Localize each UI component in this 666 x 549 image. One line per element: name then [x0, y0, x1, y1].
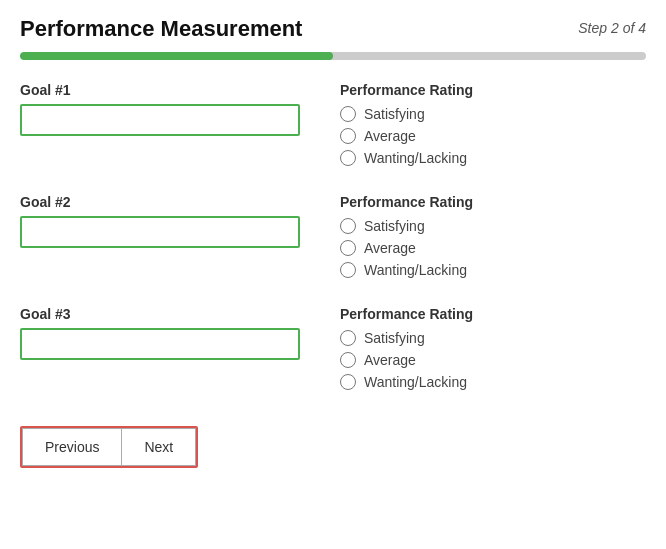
goal-2-radio-group: SatisfyingAverageWanting/Lacking [340, 218, 646, 278]
goal-2-option-2[interactable]: Average [340, 240, 646, 256]
goal-1-option-label-3: Wanting/Lacking [364, 150, 467, 166]
goal-1-option-2[interactable]: Average [340, 128, 646, 144]
goal-1-radio-group: SatisfyingAverageWanting/Lacking [340, 106, 646, 166]
goal-2-radio-3[interactable] [340, 262, 356, 278]
goal-1-option-label-2: Average [364, 128, 416, 144]
previous-button[interactable]: Previous [22, 428, 121, 466]
goal-1-radio-3[interactable] [340, 150, 356, 166]
step-indicator: Step 2 of 4 [578, 20, 646, 36]
navigation-buttons-wrapper: Previous Next [20, 426, 198, 468]
goal-2-option-3[interactable]: Wanting/Lacking [340, 262, 646, 278]
page-title: Performance Measurement [20, 16, 302, 42]
goal-1-input[interactable] [20, 104, 300, 136]
goal-row-1: Goal #1Performance RatingSatisfyingAvera… [20, 82, 646, 166]
next-button[interactable]: Next [121, 428, 196, 466]
goal-3-radio-3[interactable] [340, 374, 356, 390]
goal-2-label: Goal #2 [20, 194, 310, 210]
goal-1-radio-1[interactable] [340, 106, 356, 122]
goal-1-option-label-1: Satisfying [364, 106, 425, 122]
goal-2-rating-label: Performance Rating [340, 194, 646, 210]
goal-2-option-label-1: Satisfying [364, 218, 425, 234]
footer: Previous Next [20, 426, 646, 468]
goal-2-radio-2[interactable] [340, 240, 356, 256]
goal-3-option-label-2: Average [364, 352, 416, 368]
goal-2-radio-1[interactable] [340, 218, 356, 234]
goal-3-input[interactable] [20, 328, 300, 360]
goal-3-radio-1[interactable] [340, 330, 356, 346]
goal-1-rating-label: Performance Rating [340, 82, 646, 98]
goal-3-radio-2[interactable] [340, 352, 356, 368]
goal-3-label: Goal #3 [20, 306, 310, 322]
goals-section: Goal #1Performance RatingSatisfyingAvera… [20, 82, 646, 390]
goal-3-option-3[interactable]: Wanting/Lacking [340, 374, 646, 390]
goal-1-option-1[interactable]: Satisfying [340, 106, 646, 122]
goal-row-3: Goal #3Performance RatingSatisfyingAvera… [20, 306, 646, 390]
goal-3-option-1[interactable]: Satisfying [340, 330, 646, 346]
goal-3-option-label-3: Wanting/Lacking [364, 374, 467, 390]
goal-2-option-label-3: Wanting/Lacking [364, 262, 467, 278]
goal-2-option-1[interactable]: Satisfying [340, 218, 646, 234]
goal-3-option-2[interactable]: Average [340, 352, 646, 368]
goal-3-option-label-1: Satisfying [364, 330, 425, 346]
progress-bar-container [20, 52, 646, 60]
goal-3-rating-label: Performance Rating [340, 306, 646, 322]
goal-row-2: Goal #2Performance RatingSatisfyingAvera… [20, 194, 646, 278]
goal-3-radio-group: SatisfyingAverageWanting/Lacking [340, 330, 646, 390]
goal-1-option-3[interactable]: Wanting/Lacking [340, 150, 646, 166]
progress-bar-fill [20, 52, 333, 60]
goal-2-input[interactable] [20, 216, 300, 248]
goal-1-label: Goal #1 [20, 82, 310, 98]
goal-2-option-label-2: Average [364, 240, 416, 256]
goal-1-radio-2[interactable] [340, 128, 356, 144]
